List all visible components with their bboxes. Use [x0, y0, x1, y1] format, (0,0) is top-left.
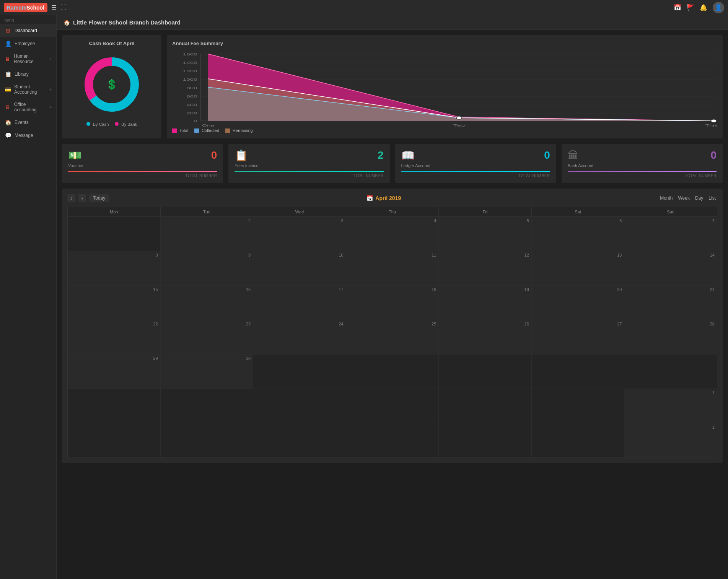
topbar-actions: 📅 🚩 🔔 👤 — [674, 2, 724, 13]
cal-cell[interactable] — [253, 389, 346, 423]
sidebar-item-library[interactable]: 📋 Library — [0, 68, 56, 81]
cal-cell[interactable]: 28 — [624, 320, 717, 355]
cash-dot — [86, 122, 90, 126]
bank-label: Bank Account — [568, 163, 717, 168]
sidebar-item-events[interactable]: 🏠 Events — [0, 116, 56, 129]
cal-cell[interactable]: 16 — [161, 286, 254, 320]
ledger-divider — [401, 171, 550, 172]
expand-icon[interactable]: ⛶ — [60, 4, 67, 11]
sidebar-item-human-resource[interactable]: 🖥 Human Resource + — [0, 50, 56, 68]
cal-cell[interactable]: 22 — [68, 320, 161, 355]
cal-cell[interactable]: 1 — [624, 389, 717, 423]
cal-cell[interactable] — [439, 389, 532, 423]
sidebar-item-student-accounting[interactable]: 💳 Student Accounting + — [0, 81, 56, 98]
cal-cell[interactable]: 13 — [532, 251, 625, 286]
cal-cell[interactable] — [624, 355, 717, 389]
avatar[interactable]: 👤 — [713, 2, 724, 13]
sidebar-item-dashboard[interactable]: ⊞ Dashboard — [0, 24, 56, 37]
annual-fee-card: Annual Fee Summary — [167, 35, 723, 138]
fees-invoice-value: 2 — [378, 149, 384, 161]
cal-cell[interactable]: 9 — [161, 251, 254, 286]
bell-icon[interactable]: 🔔 — [700, 4, 707, 11]
cal-cell[interactable]: 25 — [346, 320, 439, 355]
cal-cell[interactable]: 20 — [532, 286, 625, 320]
voucher-total-label: TOTAL NUMBER — [68, 174, 217, 178]
cal-cell[interactable]: 29 — [68, 355, 161, 389]
topbar-left: RamomSchool ☰ ⛶ — [4, 3, 67, 12]
page-title: Little Flower School Branch Dashboard — [73, 19, 181, 26]
donut-center-icon: 💲 — [106, 79, 118, 91]
calendar-icon[interactable]: 📅 — [674, 4, 681, 11]
calendar-next-btn[interactable]: › — [78, 194, 86, 202]
ledger-value: 0 — [544, 149, 550, 161]
cal-cell[interactable]: 3 — [253, 217, 346, 251]
cal-cell[interactable] — [161, 389, 254, 423]
cal-cell[interactable] — [68, 389, 161, 423]
cal-cell[interactable]: 19 — [439, 286, 532, 320]
cal-cell[interactable]: 30 — [161, 355, 254, 389]
cal-cell[interactable]: 10 — [253, 251, 346, 286]
expand-sa-icon: + — [49, 88, 52, 92]
calendar-grid: Mon Tue Wed Thu Fri Sat Sun 234567891011… — [67, 207, 717, 458]
cal-header-sat: Sat — [532, 207, 625, 217]
cal-cell[interactable]: 18 — [346, 286, 439, 320]
cal-cell[interactable]: 12 — [439, 251, 532, 286]
svg-point-25 — [456, 116, 462, 119]
logo[interactable]: RamomSchool — [4, 3, 47, 12]
cal-cell[interactable]: 4 — [346, 217, 439, 251]
sidebar-item-message[interactable]: 💬 Message — [0, 129, 56, 142]
topbar: RamomSchool ☰ ⛶ 📅 🚩 🔔 👤 — [0, 0, 728, 15]
cal-view-day[interactable]: Day — [694, 195, 705, 202]
fee-chart-area: 0 200 400 600 800 1000 1200 1400 1600 — [172, 50, 717, 127]
cal-cell[interactable] — [346, 389, 439, 423]
events-icon: 🏠 — [5, 119, 11, 125]
cal-cell[interactable]: 8 — [68, 251, 161, 286]
ledger-total-label: TOTAL NUMBER — [401, 174, 550, 178]
cal-cell[interactable]: 1 — [624, 423, 717, 458]
cal-cell[interactable]: 26 — [439, 320, 532, 355]
cal-cell[interactable]: 27 — [532, 320, 625, 355]
stat-top: 💵 0 — [68, 149, 217, 162]
page-header: 🏠 Little Flower School Branch Dashboard — [57, 15, 728, 30]
calendar-today-btn[interactable]: Today — [89, 194, 109, 202]
cal-cell[interactable]: 17 — [253, 286, 346, 320]
office-accounting-icon: 🖥 — [5, 104, 11, 110]
svg-text:Three: Three — [705, 124, 717, 127]
cal-cell[interactable] — [532, 355, 625, 389]
hamburger-icon[interactable]: ☰ — [51, 4, 57, 11]
sidebar-item-office-accounting[interactable]: 🖥 Office Accounting + — [0, 98, 56, 116]
home-icon: 🏠 — [64, 20, 70, 26]
library-icon: 📋 — [5, 71, 11, 77]
cal-cell[interactable]: 24 — [253, 320, 346, 355]
cal-view-week[interactable]: Week — [677, 195, 691, 202]
cash-book-card: Cash Book Of April 💲 — [62, 35, 161, 138]
cal-cell[interactable]: 23 — [161, 320, 254, 355]
bank-dot — [115, 122, 119, 126]
svg-text:400: 400 — [186, 103, 197, 107]
cal-cell[interactable]: 15 — [68, 286, 161, 320]
annual-fee-title: Annual Fee Summary — [172, 41, 717, 46]
cal-cell[interactable]: 2 — [161, 217, 254, 251]
cal-cell[interactable]: 21 — [624, 286, 717, 320]
donut-legend: By Cash By Bank — [86, 122, 137, 127]
cal-view-month[interactable]: Month — [658, 195, 674, 202]
cal-cell[interactable] — [68, 217, 161, 251]
cal-cell[interactable]: 7 — [624, 217, 717, 251]
cal-cell[interactable] — [346, 355, 439, 389]
cal-cell[interactable]: 6 — [532, 217, 625, 251]
cal-cell[interactable] — [253, 355, 346, 389]
cal-cell[interactable] — [439, 355, 532, 389]
cal-header-thu: Thu — [346, 207, 439, 217]
cal-cell[interactable] — [532, 389, 625, 423]
sidebar-item-employee[interactable]: 👤 Employee — [0, 37, 56, 50]
cal-cell[interactable]: 5 — [439, 217, 532, 251]
flag-icon[interactable]: 🚩 — [687, 4, 694, 11]
cal-cell[interactable]: 14 — [624, 251, 717, 286]
ledger-icon: 📖 — [401, 149, 415, 162]
logo-text: RamomSchool — [7, 5, 44, 11]
calendar-prev-btn[interactable]: ‹ — [67, 194, 75, 202]
cal-cell — [253, 423, 346, 458]
cal-cell[interactable]: 11 — [346, 251, 439, 286]
cal-view-list[interactable]: List — [707, 195, 717, 202]
sidebar-item-label: Message — [15, 133, 33, 138]
